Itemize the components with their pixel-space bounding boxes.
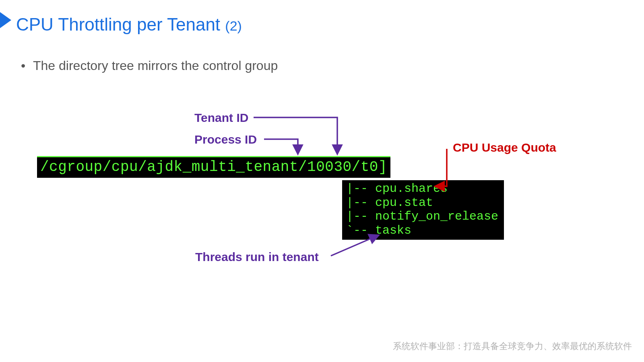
terminal-tree: |-- cpu.shares |-- cpu.stat |-- notify_o…	[342, 180, 504, 240]
bullet-dot: •	[21, 58, 33, 73]
label-threads: Threads run in tenant	[195, 250, 319, 264]
title-suffix: (2)	[225, 18, 242, 33]
title-marker	[0, 12, 11, 28]
title-main: CPU Throttling per Tenant	[16, 14, 225, 34]
footer-text: 系统软件事业部：打造具备全球竞争力、效率最优的系统软件	[393, 340, 632, 352]
label-tenant-id: Tenant ID	[194, 111, 248, 125]
body-bullet: •The directory tree mirrors the control …	[21, 58, 278, 73]
label-process-id: Process ID	[194, 133, 257, 146]
slide-title: CPU Throttling per Tenant (2)	[16, 14, 242, 35]
label-cpu-quota: CPU Usage Quota	[453, 141, 556, 154]
terminal-path: /cgroup/cpu/ajdk_multi_tenant/10030/t0]	[37, 156, 390, 178]
annotation-arrows	[0, 0, 644, 362]
bullet-text: The directory tree mirrors the control g…	[33, 58, 278, 73]
